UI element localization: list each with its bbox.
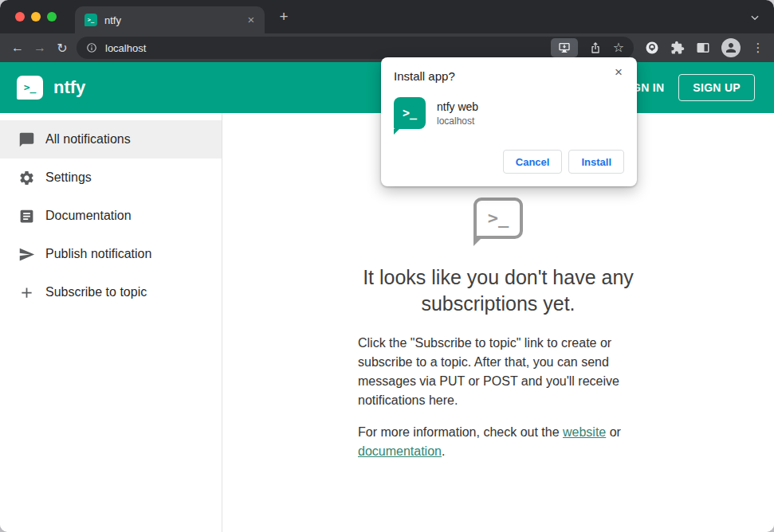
app-title: ntfy <box>53 77 85 98</box>
documentation-link[interactable]: documentation <box>358 444 442 458</box>
install-dialog-actions: Cancel Install <box>394 150 624 174</box>
cancel-button[interactable]: Cancel <box>503 150 563 174</box>
empty-state-links-paragraph: For more information, check out the webs… <box>358 423 638 461</box>
paragraph-text: For more information, check out the <box>358 425 563 439</box>
close-window-button[interactable] <box>15 12 25 22</box>
sidebar-item-subscribe-to-topic[interactable]: Subscribe to topic <box>0 273 222 311</box>
sidebar-item-label: Subscribe to topic <box>45 285 147 299</box>
ntfy-logo: >_ <box>17 76 43 100</box>
browser-window: >_ ntfy × + ← → ↻ localhost ☆ <box>0 0 774 532</box>
sidebar-item-label: Publish notification <box>45 247 151 261</box>
install-app-icon <box>558 41 571 54</box>
reload-button[interactable]: ↻ <box>51 37 73 59</box>
sidebar-item-label: All notifications <box>45 132 131 147</box>
install-app-meta: ntfy web localhost <box>437 100 478 127</box>
gear-icon <box>18 170 35 186</box>
sidebar-item-documentation[interactable]: Documentation <box>0 197 222 235</box>
tab-list-chevron-icon[interactable] <box>749 12 760 23</box>
tab-close-icon[interactable]: × <box>244 13 258 27</box>
profile-avatar[interactable] <box>721 38 741 57</box>
ntfy-empty-state-logo: >_ <box>473 198 523 239</box>
bookmark-star-icon[interactable]: ☆ <box>613 41 624 54</box>
address-bar[interactable]: localhost ☆ <box>77 37 634 59</box>
tab-title: ntfy <box>104 14 244 26</box>
website-link[interactable]: website <box>563 425 606 439</box>
sign-up-button[interactable]: SIGN UP <box>678 74 755 101</box>
new-tab-button[interactable]: + <box>274 7 293 26</box>
install-app-info: >_ ntfy web localhost <box>394 97 624 129</box>
install-dialog-title: Install app? <box>394 69 624 83</box>
window-controls <box>15 12 57 22</box>
minimize-window-button[interactable] <box>31 12 41 22</box>
plus-icon <box>18 284 35 301</box>
install-app-dialog: Install app? × >_ ntfy web localhost Can… <box>381 57 637 186</box>
sidebar-item-all-notifications[interactable]: All notifications <box>0 120 222 158</box>
install-app-origin: localhost <box>437 115 478 127</box>
empty-state-paragraph: Click the "Subscribe to topic" link to c… <box>358 334 638 410</box>
install-app-name: ntfy web <box>437 100 478 113</box>
paragraph-text: or <box>606 425 621 439</box>
empty-state-text: Click the "Subscribe to topic" link to c… <box>358 334 638 461</box>
side-panel-icon[interactable] <box>696 41 710 55</box>
address-text[interactable]: localhost <box>105 42 551 54</box>
zoom-window-button[interactable] <box>47 12 57 22</box>
sidebar-item-publish-notification[interactable]: Publish notification <box>0 235 222 273</box>
share-icon[interactable] <box>589 41 602 54</box>
sidebar-item-label: Settings <box>45 170 92 185</box>
site-info-icon[interactable] <box>86 42 97 53</box>
back-button[interactable]: ← <box>6 37 29 59</box>
browser-tab[interactable]: >_ ntfy × <box>75 6 265 33</box>
sidebar: All notifications Settings Documentation… <box>0 113 222 532</box>
close-icon[interactable]: × <box>611 65 627 80</box>
sidebar-item-label: Documentation <box>45 209 132 223</box>
article-icon <box>18 208 35 225</box>
send-icon <box>18 246 35 263</box>
chat-bubble-icon <box>18 131 35 148</box>
ntfy-app-icon: >_ <box>394 97 426 129</box>
empty-state-heading: It looks like you don't have any subscri… <box>363 264 634 316</box>
password-manager-extension-icon[interactable] <box>645 41 659 55</box>
ntfy-favicon: >_ <box>84 14 97 26</box>
window-titlebar: >_ ntfy × + <box>0 0 774 33</box>
sidebar-item-settings[interactable]: Settings <box>0 158 222 197</box>
install-button[interactable]: Install <box>568 150 624 174</box>
install-app-chip[interactable] <box>551 38 578 57</box>
browser-menu-icon[interactable]: ⋮ <box>752 41 764 55</box>
extensions-area: ⋮ <box>640 38 769 57</box>
paragraph-text: . <box>442 444 445 458</box>
forward-button[interactable]: → <box>29 37 51 59</box>
extensions-puzzle-icon[interactable] <box>670 41 685 55</box>
